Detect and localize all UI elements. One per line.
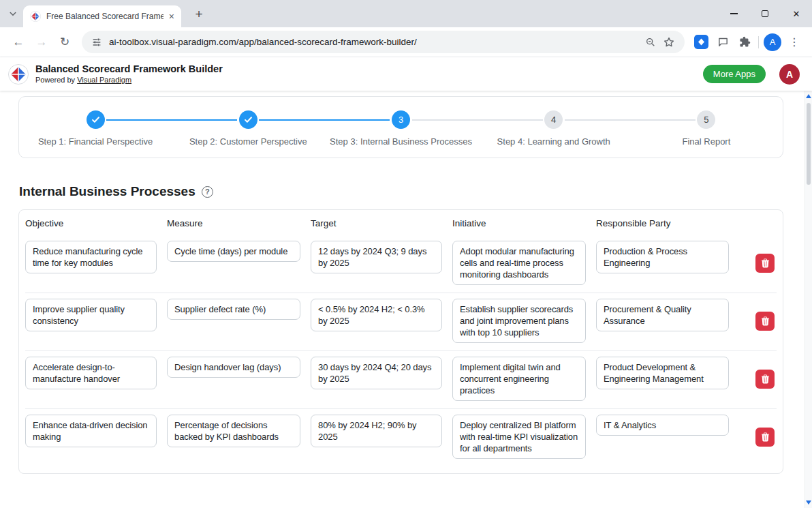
address-bar[interactable]: ai-toolbox.visual-paradigm.com/app/balan… bbox=[82, 31, 685, 53]
column-header-objective: Objective bbox=[25, 218, 157, 228]
initiative-cell[interactable]: Deploy centralized BI platform with real… bbox=[452, 415, 586, 459]
app-header: Balanced Scorecard Framework Builder Pow… bbox=[0, 57, 812, 91]
window-controls: ✕ bbox=[718, 0, 812, 27]
responsible-party-cell[interactable]: Product Development & Engineering Manage… bbox=[596, 357, 729, 389]
stepper: Step 1: Financial Perspective Step 2: Cu… bbox=[18, 96, 783, 158]
step-number: 3 bbox=[392, 110, 410, 129]
objective-cell[interactable]: Improve supplier quality consistency bbox=[25, 299, 157, 331]
objective-cell[interactable]: Accelerate design-to-manufacture handove… bbox=[25, 357, 157, 389]
scrollbar-thumb[interactable] bbox=[807, 103, 811, 185]
chevron-down-icon[interactable] bbox=[7, 8, 19, 20]
column-header-target: Target bbox=[311, 218, 442, 228]
responsible-party-cell[interactable]: Production & Process Engineering bbox=[596, 241, 729, 273]
responsible-party-cell[interactable]: IT & Analytics bbox=[596, 415, 729, 436]
step-complete-check-icon bbox=[239, 110, 257, 129]
stepper-step-final-report[interactable]: 5 Final Report bbox=[630, 110, 783, 147]
scroll-up-icon[interactable] bbox=[806, 94, 811, 98]
measure-cell[interactable]: Supplier defect rate (%) bbox=[167, 299, 300, 320]
page-scrollbar[interactable] bbox=[805, 91, 812, 508]
delete-row-button[interactable] bbox=[755, 312, 775, 331]
chat-bubble-icon[interactable] bbox=[712, 31, 734, 53]
initiative-cell[interactable]: Establish supplier scorecards and joint … bbox=[452, 299, 586, 343]
back-icon[interactable]: ← bbox=[7, 31, 30, 54]
extensions-puzzle-icon[interactable] bbox=[734, 31, 755, 53]
browser-tab[interactable]: Free Balanced Scorecard Frame × bbox=[23, 5, 181, 27]
app-title: Balanced Scorecard Framework Builder bbox=[35, 63, 223, 75]
table-row: Reduce manufacturing cycle time for key … bbox=[25, 235, 777, 293]
delete-row-button[interactable] bbox=[755, 428, 775, 447]
target-cell[interactable]: 80% by 2024 H2; 90% by 2025 bbox=[311, 415, 442, 447]
target-cell[interactable]: < 0.5% by 2024 H2; < 0.3% by 2025 bbox=[311, 299, 442, 331]
stepper-step-financial[interactable]: Step 1: Financial Perspective bbox=[19, 110, 172, 147]
tab-close-icon[interactable]: × bbox=[169, 12, 174, 21]
initiative-cell[interactable]: Adopt modular manufacturing cells and re… bbox=[452, 241, 586, 285]
new-tab-button[interactable]: + bbox=[191, 6, 207, 23]
browser-window: Free Balanced Scorecard Frame × + ✕ ← → … bbox=[0, 0, 812, 508]
target-cell[interactable]: 12 days by 2024 Q3; 9 days by 2025 bbox=[311, 241, 442, 273]
table-header: Objective Measure Target Initiative Resp… bbox=[25, 210, 777, 235]
trash-icon bbox=[761, 432, 770, 442]
user-avatar[interactable]: A bbox=[779, 64, 800, 85]
trash-icon bbox=[761, 258, 770, 268]
zoom-icon[interactable] bbox=[645, 37, 656, 48]
browser-toolbar: ← → ↻ ai-toolbox.visual-paradigm.com/app… bbox=[0, 27, 812, 57]
column-header-measure: Measure bbox=[167, 218, 300, 228]
help-icon[interactable]: ? bbox=[202, 186, 213, 198]
forward-icon[interactable]: → bbox=[30, 31, 53, 54]
step-label: Step 1: Financial Perspective bbox=[38, 136, 153, 147]
table-row: Improve supplier quality consistency Sup… bbox=[25, 293, 777, 350]
browser-profile-avatar[interactable]: A bbox=[762, 31, 783, 53]
measure-cell[interactable]: Design handover lag (days) bbox=[167, 357, 300, 378]
delete-row-button[interactable] bbox=[755, 370, 775, 389]
tab-title: Free Balanced Scorecard Frame bbox=[46, 12, 163, 21]
visual-paradigm-link[interactable]: Visual Paradigm bbox=[77, 76, 131, 84]
maximize-button[interactable] bbox=[749, 0, 781, 27]
measure-cell[interactable]: Cycle time (days) per module bbox=[167, 241, 300, 262]
objective-cell[interactable]: Enhance data-driven decision making bbox=[25, 415, 157, 447]
toolbar-divider bbox=[758, 36, 759, 48]
minimize-icon bbox=[730, 13, 738, 14]
extension-shortcut-icon[interactable] bbox=[690, 31, 712, 53]
close-window-button[interactable]: ✕ bbox=[781, 0, 812, 27]
url-text[interactable]: ai-toolbox.visual-paradigm.com/app/balan… bbox=[109, 37, 638, 47]
step-label: Step 2: Customer Perspective bbox=[189, 136, 307, 147]
visual-paradigm-logo bbox=[8, 64, 29, 85]
target-cell[interactable]: 30 days by 2024 Q4; 20 days by 2025 bbox=[311, 357, 442, 389]
tab-strip: Free Balanced Scorecard Frame × + ✕ bbox=[0, 0, 812, 27]
delete-row-button[interactable] bbox=[755, 254, 775, 273]
step-label: Step 4: Learning and Growth bbox=[497, 136, 610, 147]
table-row: Accelerate design-to-manufacture handove… bbox=[25, 350, 777, 408]
bookmark-star-icon[interactable] bbox=[663, 36, 675, 48]
more-apps-button[interactable]: More Apps bbox=[703, 65, 766, 83]
step-number: 4 bbox=[544, 110, 563, 129]
minimize-button[interactable] bbox=[718, 0, 749, 27]
step-label: Final Report bbox=[683, 136, 731, 147]
app-titles: Balanced Scorecard Framework Builder Pow… bbox=[35, 63, 223, 85]
column-header-responsible-party: Responsible Party bbox=[596, 218, 729, 228]
measure-cell[interactable]: Percentage of decisions backed by KPI da… bbox=[167, 415, 300, 447]
initiative-cell[interactable]: Implement digital twin and concurrent en… bbox=[452, 357, 586, 401]
page-content: Step 1: Financial Perspective Step 2: Cu… bbox=[0, 96, 812, 508]
browser-menu-icon[interactable]: ⋮ bbox=[783, 31, 805, 53]
reload-icon[interactable]: ↻ bbox=[53, 31, 76, 54]
stepper-step-learning-growth[interactable]: 4 Step 4: Learning and Growth bbox=[478, 110, 630, 147]
processes-table: Objective Measure Target Initiative Resp… bbox=[18, 209, 783, 474]
scroll-down-icon[interactable] bbox=[806, 500, 811, 505]
trash-icon bbox=[761, 316, 770, 326]
trash-icon bbox=[761, 374, 770, 384]
stepper-step-customer[interactable]: Step 2: Customer Perspective bbox=[172, 110, 324, 147]
powered-by: Powered by Visual Paradigm bbox=[35, 76, 223, 85]
page-title: Internal Business Processes bbox=[19, 184, 196, 199]
table-row: Enhance data-driven decision making Perc… bbox=[25, 408, 777, 466]
column-header-initiative: Initiative bbox=[452, 218, 586, 228]
site-settings-icon[interactable] bbox=[91, 37, 102, 48]
maximize-icon bbox=[762, 10, 768, 17]
section-header: Internal Business Processes ? bbox=[19, 184, 783, 199]
step-complete-check-icon bbox=[87, 110, 105, 129]
objective-cell[interactable]: Reduce manufacturing cycle time for key … bbox=[25, 241, 157, 273]
step-number: 5 bbox=[697, 110, 715, 129]
tab-favicon-icon bbox=[30, 11, 41, 22]
responsible-party-cell[interactable]: Procurement & Quality Assurance bbox=[596, 299, 729, 331]
step-label: Step 3: Internal Business Processes bbox=[330, 136, 472, 147]
stepper-step-internal-processes[interactable]: 3 Step 3: Internal Business Processes bbox=[324, 110, 477, 147]
